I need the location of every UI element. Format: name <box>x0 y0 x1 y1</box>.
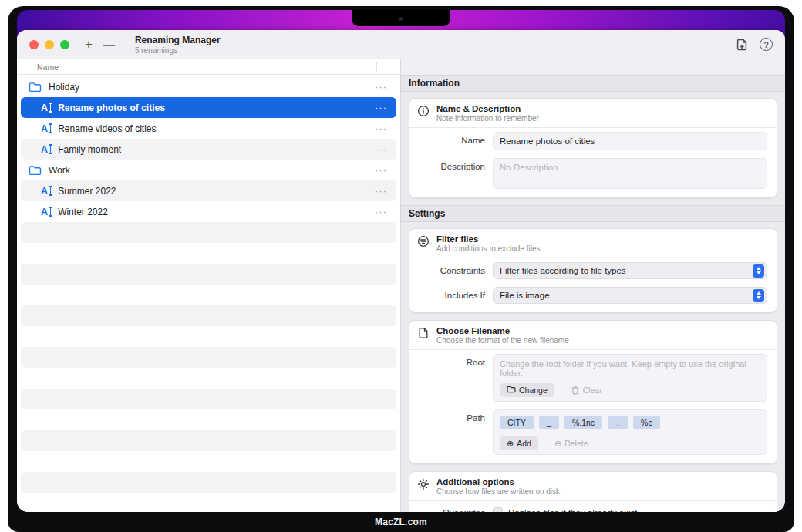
empty-row <box>21 472 396 493</box>
add-renaming-button[interactable]: + <box>85 38 93 51</box>
filter-files-card: Filter files Add conditions to exclude f… <box>409 228 777 313</box>
laptop-frame: + — Renaming Manager 5 renamings ? <box>8 6 794 532</box>
list-item-selected[interactable]: A Rename photos of cities ··· <box>21 97 396 118</box>
root-field[interactable]: Change the root folder if you want. Keep… <box>493 354 767 402</box>
list-item[interactable]: A Family moment ··· <box>21 139 396 160</box>
name-field[interactable]: Rename photos of cities <box>493 132 767 150</box>
card-subtitle: Choose the format of the new filename <box>436 336 569 345</box>
path-tokens: CITY _ %.1nc . %e <box>500 416 760 429</box>
row-actions-button[interactable]: ··· <box>372 123 390 133</box>
section-settings: Settings <box>401 205 785 222</box>
add-label: Add <box>517 439 531 448</box>
empty-row <box>21 451 396 472</box>
choose-filename-card: Choose Filename Choose the format of the… <box>409 320 777 464</box>
path-token[interactable]: %.1nc <box>564 416 602 429</box>
card-title: Additional options <box>436 477 560 487</box>
card-title: Name & Description <box>436 104 539 113</box>
section-information: Information <box>401 75 785 92</box>
row-actions-button[interactable]: ··· <box>372 144 390 154</box>
notch <box>352 10 450 26</box>
includes-if-select[interactable]: File is image <box>493 287 767 304</box>
folder-icon <box>29 165 42 176</box>
constraints-select[interactable]: Filter files according to file types <box>493 262 767 279</box>
inspector-panel: Information Name & Description Note info… <box>401 59 785 512</box>
list-item[interactable]: A Winter 2022 ··· <box>21 201 396 222</box>
empty-row <box>21 368 396 389</box>
path-token[interactable]: %e <box>633 416 660 429</box>
column-name-label: Name <box>37 62 59 72</box>
app-window: + — Renaming Manager 5 renamings ? <box>17 30 785 512</box>
row-actions-button[interactable]: ··· <box>372 207 390 217</box>
change-root-button[interactable]: Change <box>500 383 554 397</box>
folder-icon <box>29 82 42 93</box>
list-item-folder[interactable]: Work ··· <box>21 160 396 180</box>
section-title: Settings <box>409 208 445 219</box>
row-actions-button[interactable]: ··· <box>372 82 390 92</box>
title-block: Renaming Manager 5 renamings <box>135 35 221 55</box>
empty-row <box>21 347 396 368</box>
row-actions-button[interactable]: ··· <box>372 103 390 113</box>
laptop-chin: MacZL.com <box>8 512 794 532</box>
plus-circle-icon: ⊕ <box>507 439 514 448</box>
card-subtitle: Add conditions to exclude files <box>436 244 541 253</box>
list-item-label: Rename videos of cities <box>58 123 156 134</box>
delete-token-button[interactable]: ⊖ Delete <box>548 436 595 450</box>
card-subtitle: Note information to remember <box>436 114 539 123</box>
minimize-button[interactable] <box>45 40 54 49</box>
root-label: Root <box>409 354 485 367</box>
info-icon <box>417 105 430 117</box>
document-icon <box>417 327 430 339</box>
close-button[interactable] <box>29 40 39 49</box>
includes-if-value: File is image <box>500 291 753 300</box>
additional-options-card: Additional options Choose how files are … <box>409 471 777 512</box>
list-item-label: Holiday <box>49 82 79 93</box>
camera-dot <box>399 17 403 21</box>
renamings-list: Holiday ··· A Rename photos of cities ··… <box>17 75 400 512</box>
description-label: Description <box>409 158 485 171</box>
empty-row <box>21 285 396 305</box>
add-token-button[interactable]: ⊕ Add <box>500 436 538 450</box>
list-item-label: Summer 2022 <box>58 186 116 197</box>
list-item[interactable]: A Summer 2022 ··· <box>21 180 396 201</box>
rename-icon: A <box>41 144 51 154</box>
description-field[interactable]: No Description <box>493 158 767 189</box>
path-token[interactable]: _ <box>539 416 559 429</box>
card-title: Filter files <box>436 234 541 244</box>
card-subtitle: Choose how files are written on disk <box>436 487 560 496</box>
change-label: Change <box>519 386 548 395</box>
path-token[interactable]: . <box>608 416 628 429</box>
zoom-button[interactable] <box>60 40 69 49</box>
stepper-icon <box>753 289 764 302</box>
name-label: Name <box>409 132 485 145</box>
empty-row <box>21 243 396 264</box>
filter-icon <box>417 235 430 247</box>
list-item-label: Family moment <box>58 144 121 155</box>
empty-row <box>21 409 396 430</box>
rename-icon: A <box>41 186 51 196</box>
path-token[interactable]: CITY <box>500 416 534 429</box>
trash-icon <box>571 386 580 395</box>
list-column-header[interactable]: Name <box>17 59 400 75</box>
root-placeholder: Change the root folder if you want. Keep… <box>500 359 760 378</box>
remove-renaming-button[interactable]: — <box>103 39 115 50</box>
list-item-folder[interactable]: Holiday ··· <box>21 76 396 97</box>
empty-row <box>21 430 396 451</box>
help-icon[interactable]: ? <box>760 38 773 51</box>
column-divider <box>376 62 377 72</box>
titlebar: + — Renaming Manager 5 renamings ? <box>17 30 785 59</box>
list-item-label: Rename photos of cities <box>58 103 165 113</box>
list-item-label: Work <box>49 165 70 176</box>
export-icon[interactable] <box>735 38 749 52</box>
empty-row <box>21 389 396 409</box>
constraints-value: Filter files according to file types <box>500 266 753 275</box>
list-item[interactable]: A Rename videos of cities ··· <box>21 118 396 139</box>
clear-label: Clear <box>583 386 602 395</box>
path-label: Path <box>409 409 485 423</box>
path-builder[interactable]: CITY _ %.1nc . %e ⊕ <box>493 409 767 455</box>
row-actions-button[interactable]: ··· <box>372 165 390 175</box>
row-actions-button[interactable]: ··· <box>372 186 390 196</box>
stepper-icon <box>753 264 764 278</box>
inspector-spacer <box>401 59 785 75</box>
clear-root-button[interactable]: Clear <box>564 383 609 397</box>
minus-circle-icon: ⊖ <box>554 439 561 448</box>
